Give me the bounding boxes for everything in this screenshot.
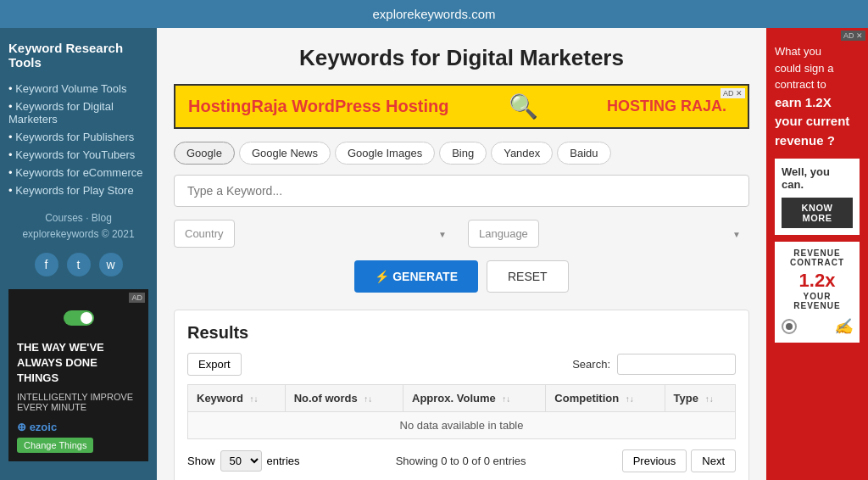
top-bar: explorekeywords.com	[0, 0, 868, 28]
well-text: Well, you can.	[782, 165, 853, 191]
right-ad: AD ✕ What you could sign a contract to e…	[766, 28, 868, 480]
no-data-cell: No data available in table	[188, 412, 736, 439]
tab-google-images[interactable]: Google Images	[335, 142, 435, 165]
revenue-card-title: REVENUE CONTRACT	[782, 248, 853, 267]
results-table: Keyword ↑↓ No.of words ↑↓ Approx. Volume…	[187, 384, 736, 439]
courses-link[interactable]: Courses · Blog	[8, 212, 148, 224]
radio-icon	[782, 319, 797, 334]
ezoic-logo: ⊕ ezoic	[17, 421, 57, 433]
results-toolbar: Export Search:	[187, 353, 736, 376]
col-keyword: Keyword ↑↓	[188, 385, 286, 412]
col-num-words: No.of words ↑↓	[285, 385, 403, 412]
ad-label: AD	[129, 293, 145, 303]
sidebar-item-publishers[interactable]: Keywords for Publishers	[8, 128, 148, 146]
sort-arrows-keyword[interactable]: ↑↓	[250, 394, 259, 404]
whatsapp-icon[interactable]: w	[99, 253, 123, 276]
tab-google[interactable]: Google	[174, 142, 235, 165]
banner-ad-label: AD ✕	[721, 88, 745, 98]
change-btn[interactable]: Change Things	[17, 438, 93, 453]
tab-baidu[interactable]: Baidu	[557, 142, 610, 165]
col-volume: Approx. Volume ↑↓	[403, 385, 546, 412]
main-content: Keywords for Digital Marketers AD ✕ Host…	[157, 28, 766, 480]
brand-area: ⊕ ezoic	[17, 421, 140, 433]
sidebar-title: Keyword Research Tools	[8, 41, 148, 70]
search-tabs: Google Google News Google Images Bing Ya…	[174, 142, 749, 165]
results-section: Results Export Search: Keyword ↑↓	[174, 310, 749, 480]
ad-sub: INTELLIGENTLY IMPROVE EVERY MINUTE	[17, 392, 140, 412]
ad-headline: THE WAY WE'VE ALWAYS DONE THINGS	[17, 340, 140, 387]
col-type: Type ↑↓	[665, 385, 735, 412]
showing-info: Showing 0 to 0 of 0 entries	[396, 455, 526, 467]
tab-google-news[interactable]: Google News	[239, 142, 331, 165]
entries-select[interactable]: 50	[220, 450, 262, 472]
export-button[interactable]: Export	[187, 353, 242, 376]
country-select[interactable]: Country	[174, 220, 235, 248]
pagination-row: Show 50 entries Showing 0 to 0 of 0 entr…	[187, 449, 736, 472]
sidebar-ad: AD THE WAY WE'VE ALWAYS DONE THINGS INTE…	[8, 289, 148, 461]
sidebar-nav: Keyword Volume Tools Keywords for Digita…	[8, 80, 148, 199]
right-ad-headline: What you could sign a contract to earn 1…	[775, 43, 860, 150]
revenue-signature: ✍	[782, 317, 853, 336]
social-links: f t w	[8, 253, 148, 276]
country-dropdown-wrapper: Country	[174, 220, 455, 248]
sidebar-item-youtubers[interactable]: Keywords for YouTubers	[8, 146, 148, 164]
sidebar-item-ecommerce[interactable]: Keywords for eCommerce	[8, 164, 148, 181]
language-select[interactable]: Language	[468, 220, 539, 248]
show-label: Show	[187, 455, 215, 467]
sidebar-item-digital-marketers[interactable]: Keywords for Digital Marketers	[8, 98, 148, 128]
reset-button[interactable]: RESET	[487, 260, 569, 293]
show-entries: Show 50 entries	[187, 450, 300, 472]
next-button[interactable]: Next	[691, 449, 736, 472]
copyright: explorekeywords © 2021	[8, 228, 148, 240]
sort-arrows-type[interactable]: ↑↓	[705, 394, 714, 404]
prev-button[interactable]: Previous	[622, 449, 687, 472]
banner-ad[interactable]: AD ✕ HostingRaja WordPress Hosting 🔍 HOS…	[174, 84, 749, 129]
sidebar: Keyword Research Tools Keyword Volume To…	[0, 28, 157, 480]
keyword-input[interactable]	[174, 175, 749, 207]
sort-arrows-volume[interactable]: ↑↓	[502, 394, 510, 404]
dropdowns-row: Country Language	[174, 220, 749, 248]
generate-button[interactable]: GENERATE	[354, 260, 478, 293]
know-more-button[interactable]: KNOW MORE	[782, 198, 853, 228]
telegram-icon[interactable]: t	[67, 253, 91, 276]
right-ad-label: AD ✕	[841, 31, 865, 41]
sort-arrows-words[interactable]: ↑↓	[364, 394, 372, 404]
language-dropdown-wrapper: Language	[468, 220, 749, 248]
banner-search-icon: 🔍	[509, 92, 538, 120]
right-ad-well: Well, you can. KNOW MORE	[775, 159, 860, 235]
revenue-subtitle: YOUR REVENUE	[782, 292, 853, 310]
table-search-input[interactable]	[617, 354, 736, 375]
sidebar-item-keyword-volume[interactable]: Keyword Volume Tools	[8, 80, 148, 98]
col-competition: Competition ↑↓	[546, 385, 665, 412]
entries-label: entries	[267, 455, 300, 467]
domain-label: explorekeywords.com	[372, 7, 495, 21]
revenue-card: REVENUE CONTRACT 1.2x YOUR REVENUE ✍	[775, 242, 860, 343]
search-label: Search:	[572, 358, 610, 371]
tab-bing[interactable]: Bing	[439, 142, 487, 165]
banner-ad-text: HostingRaja WordPress Hosting	[188, 97, 448, 116]
facebook-icon[interactable]: f	[35, 253, 58, 276]
tab-yandex[interactable]: Yandex	[491, 142, 553, 165]
signature-icon: ✍	[834, 317, 853, 336]
sort-arrows-competition[interactable]: ↑↓	[626, 394, 634, 404]
sidebar-item-play-store[interactable]: Keywords for Play Store	[8, 181, 148, 199]
results-title: Results	[187, 323, 736, 343]
banner-logo: HOSTING RAJA.	[598, 93, 735, 120]
keyword-input-wrap	[174, 175, 749, 207]
pagination-buttons: Previous Next	[622, 449, 736, 472]
page-title: Keywords for Digital Marketers	[174, 45, 749, 71]
table-header-row: Keyword ↑↓ No.of words ↑↓ Approx. Volume…	[188, 385, 736, 412]
search-field-wrap: Search:	[572, 354, 736, 375]
revenue-multiplier: 1.2x	[782, 270, 853, 292]
no-data-row: No data available in table	[188, 412, 736, 439]
buttons-row: GENERATE RESET	[174, 260, 749, 293]
toggle-switch[interactable]	[64, 310, 94, 326]
